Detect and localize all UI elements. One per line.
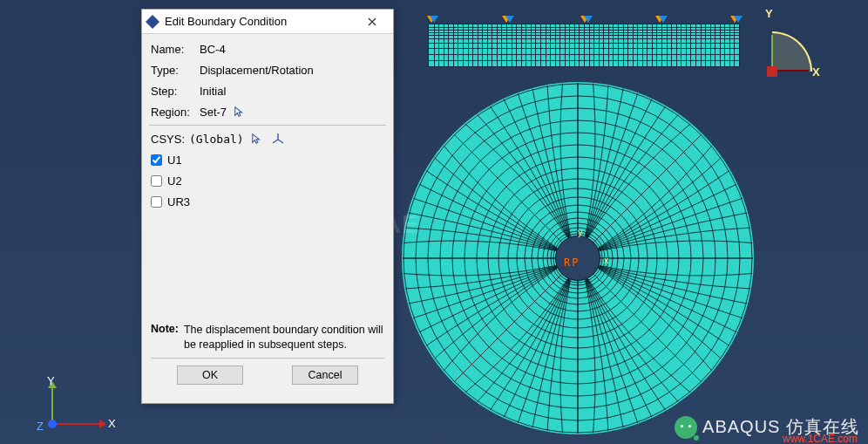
- local-y-axis-label: y: [578, 227, 583, 237]
- dialog-titlebar[interactable]: Edit Boundary Condition: [142, 10, 393, 34]
- separator: [149, 125, 386, 126]
- triad-origin: [767, 66, 777, 77]
- x-axis-label: X: [812, 65, 820, 79]
- step-value: Initial: [200, 85, 226, 98]
- name-value: BC-4: [200, 43, 226, 56]
- ok-button[interactable]: OK: [177, 365, 243, 385]
- close-button[interactable]: [356, 12, 388, 31]
- x-axis-line: [772, 70, 809, 72]
- triad-icon: [271, 132, 285, 146]
- u1-label: U1: [167, 154, 182, 167]
- view-triad-top-right[interactable]: X Y: [767, 19, 824, 77]
- csys-value: (Global): [189, 133, 244, 146]
- close-icon: [368, 17, 376, 26]
- edit-boundary-condition-dialog: Edit Boundary Condition Name: BC-4 Type:…: [141, 9, 394, 404]
- csys-label: CSYS:: [151, 133, 189, 146]
- bc-load-arrows: [427, 16, 741, 24]
- region-label: Region:: [151, 106, 200, 119]
- u1-checkbox[interactable]: [151, 154, 162, 166]
- x-axis-arrow: [52, 423, 101, 425]
- z-label: Z: [37, 420, 44, 433]
- x-label: X: [108, 417, 116, 430]
- note-label: Note:: [151, 323, 179, 352]
- cancel-button[interactable]: Cancel: [292, 365, 358, 385]
- cursor-icon: [251, 133, 263, 145]
- type-label: Type:: [151, 64, 200, 77]
- note-text: The displacement boundary condition will…: [184, 323, 384, 352]
- ur3-label: UR3: [167, 195, 190, 208]
- region-value: Set-7: [200, 106, 227, 119]
- branding-url: www.1CAE.com: [783, 433, 858, 444]
- reference-point-label: RP: [564, 256, 580, 269]
- y-axis-label: Y: [765, 7, 773, 20]
- y-label: Y: [47, 374, 55, 387]
- z-axis-dot: [48, 420, 57, 428]
- create-csys-button[interactable]: [270, 131, 286, 147]
- ur3-checkbox[interactable]: [151, 196, 162, 208]
- dialog-title: Edit Boundary Condition: [165, 15, 356, 28]
- triad-arc: [772, 31, 812, 72]
- pick-csys-button[interactable]: [249, 131, 265, 147]
- pick-region-button[interactable]: [232, 104, 248, 120]
- wechat-icon: [675, 416, 697, 439]
- step-label: Step:: [151, 85, 200, 98]
- type-value: Displacement/Rotation: [200, 64, 314, 77]
- disk-mesh: RP y x: [402, 82, 754, 434]
- beam-mesh: [428, 24, 740, 67]
- name-label: Name:: [151, 43, 200, 56]
- abaqus-app-icon: [146, 15, 159, 29]
- local-x-axis-label: x: [604, 255, 609, 265]
- global-csys-triad: X Y Z: [40, 381, 110, 434]
- cursor-icon: [234, 106, 246, 118]
- u2-label: U2: [167, 174, 182, 188]
- u2-checkbox[interactable]: [151, 175, 162, 187]
